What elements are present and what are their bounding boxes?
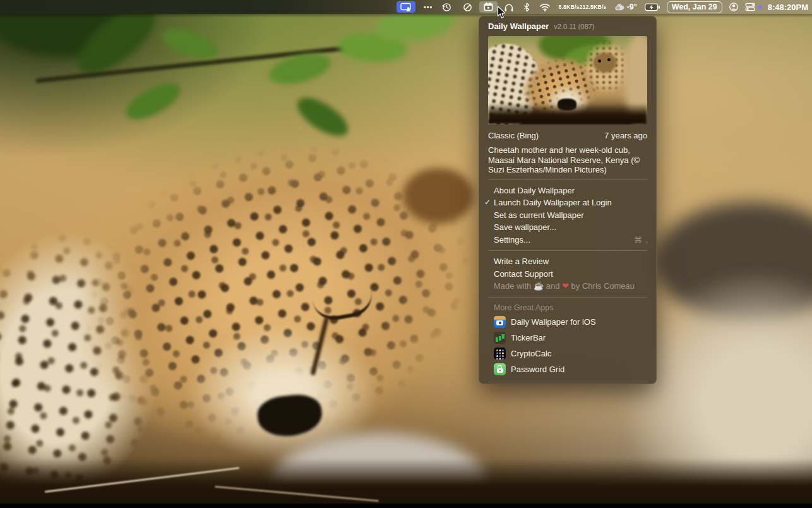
- separator: [488, 297, 647, 298]
- wallpaper-photo: [0, 0, 812, 504]
- coffee-icon: ☕: [534, 281, 544, 291]
- menu-item-app-tickerbar[interactable]: TickerBar: [479, 330, 657, 346]
- credit-text: and: [546, 281, 560, 291]
- menu-item-contact-support[interactable]: Contact Support: [479, 268, 657, 281]
- app-label: Daily Wallpaper for iOS: [511, 317, 596, 327]
- daily-wallpaper-icon: [483, 2, 494, 12]
- wallpaper-thumbnail[interactable]: [488, 36, 647, 124]
- credit-text: by Chris Comeau: [571, 281, 635, 291]
- wallpaper-leaf: [158, 23, 221, 64]
- time-value: 8:48:20PM: [768, 3, 808, 12]
- separator: [488, 250, 647, 251]
- mouse-cursor: [497, 6, 506, 19]
- menubar-item-clock[interactable]: 8:48:20PM: [768, 3, 808, 12]
- thumb-ground: [488, 103, 647, 124]
- thumb-cub-face: [593, 52, 617, 73]
- daily-wallpaper-menu: Daily Wallpaper v2.0.11 (087) Classic (B…: [479, 16, 657, 384]
- menubar-item-wifi[interactable]: [539, 3, 551, 11]
- more-apps-header: More Great Apps: [479, 302, 657, 314]
- upload-speed: 8.8KB/s: [558, 4, 579, 10]
- menubar-item-network-speed[interactable]: 8.8KB/s 212.5KB/s: [558, 4, 606, 10]
- thumb-cub-eye: [598, 59, 601, 63]
- menu-item-label: Launch Daily Wallpaper at Login: [494, 198, 612, 207]
- date-value: Wed, Jan 29: [672, 2, 717, 12]
- app-label: CryptoCalc: [511, 349, 551, 358]
- menu-item-label: Contact Support: [494, 269, 553, 279]
- menu-item-write-review[interactable]: Write a Review: [479, 255, 657, 268]
- menubar-item-speedtest[interactable]: [462, 2, 473, 13]
- menu-item-label: Write a Review: [494, 257, 549, 266]
- menu-item-app-password-grid[interactable]: Password Grid: [479, 361, 657, 377]
- cryptocalc-app-icon: [494, 348, 506, 360]
- app-title: Daily Wallpaper: [488, 21, 549, 31]
- menu-item-launch-at-login[interactable]: ✓ Launch Daily Wallpaper at Login: [479, 197, 657, 209]
- cloud-icon: [614, 3, 625, 11]
- app-label: Password Grid: [511, 365, 564, 374]
- wifi-icon: [539, 3, 551, 11]
- menu-item-label: Settings...: [494, 235, 530, 245]
- menubar-item-daily-wallpaper[interactable]: [479, 1, 498, 13]
- tickerbar-app-icon: [494, 332, 506, 344]
- separator: [488, 179, 647, 180]
- credit-text: Made with: [494, 281, 531, 291]
- user-circle-icon: [729, 2, 739, 12]
- menu-item-label: Set as current Wallpaper: [494, 210, 584, 220]
- menubar-item-user[interactable]: [729, 2, 739, 12]
- display-person-icon: [400, 3, 412, 12]
- menubar-item-overflow[interactable]: •••: [424, 3, 433, 11]
- menu-bar: •••: [0, 0, 812, 14]
- temperature-value: -9°: [627, 3, 637, 11]
- menu-item-save-wallpaper[interactable]: Save wallpaper...: [479, 221, 657, 234]
- menu-item-label: About Daily Wallpaper: [494, 186, 575, 195]
- menubar-item-weather[interactable]: -9°: [614, 3, 637, 11]
- menubar-item-date[interactable]: Wed, Jan 29: [667, 1, 722, 13]
- compass-icon: [462, 2, 473, 13]
- thumb-cub-eye: [607, 58, 611, 61]
- menu-item-set-current[interactable]: Set as current Wallpaper: [479, 209, 657, 222]
- wallpaper-meta: Classic (Bing) 7 years ago: [488, 131, 647, 140]
- menubar-item-screen-mirroring[interactable]: [397, 1, 415, 13]
- menu-item-label: Save wallpaper...: [494, 222, 556, 232]
- menu-item-app-daily-wallpaper-ios[interactable]: Daily Wallpaper for iOS: [479, 314, 657, 330]
- checkmark-icon: ✓: [484, 198, 491, 208]
- wallpaper-description: Cheetah mother and her week-old cub, Maa…: [488, 145, 647, 175]
- keyboard-shortcut: ⌘ ,: [634, 235, 648, 245]
- desktop-wallpaper[interactable]: [0, 0, 812, 508]
- menubar-item-history[interactable]: [441, 2, 452, 13]
- notification-dot: [758, 5, 762, 9]
- app-version: v2.0.11 (087): [554, 23, 594, 30]
- history-clock-icon: [441, 2, 452, 13]
- menubar-shadow: [0, 14, 812, 18]
- cheetah-ear: [403, 168, 474, 224]
- menubar-item-control-center[interactable]: [745, 2, 762, 12]
- wallpaper-age: 7 years ago: [604, 131, 647, 140]
- daily-wallpaper-ios-app-icon: [494, 316, 506, 328]
- menubar-item-bluetooth[interactable]: [523, 3, 530, 12]
- toggles-icon: [745, 2, 756, 12]
- download-speed: 212.5KB/s: [580, 4, 607, 10]
- menu-item-settings[interactable]: Settings... ⌘ ,: [479, 234, 657, 246]
- menu-item-app-cryptocalc[interactable]: CryptoCalc: [479, 346, 657, 361]
- menubar-item-battery[interactable]: [645, 3, 660, 11]
- wallpaper-source: Classic (Bing): [488, 131, 539, 140]
- wallpaper-leaf: [121, 76, 186, 126]
- heart-icon: ❤: [562, 281, 569, 291]
- ellipsis-icon: •••: [424, 3, 433, 11]
- credit-line: Made with ☕ and ❤ by Chris Comeau: [479, 280, 657, 293]
- app-label: TickerBar: [511, 333, 546, 342]
- battery-charging-icon: [645, 3, 660, 11]
- separator: [488, 382, 647, 382]
- bluetooth-icon: [523, 3, 530, 12]
- password-grid-app-icon: [494, 363, 506, 375]
- menu-item-about[interactable]: About Daily Wallpaper: [479, 184, 657, 197]
- bottom-letterbox: [0, 504, 812, 508]
